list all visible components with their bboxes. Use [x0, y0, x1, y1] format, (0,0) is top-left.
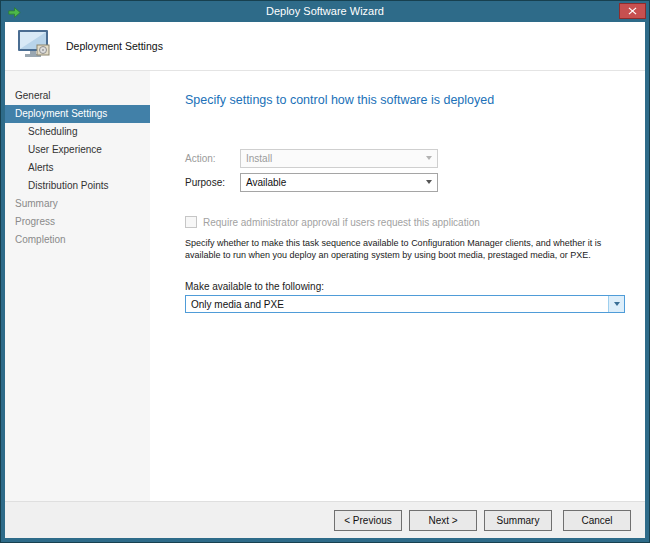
- chevron-down-icon[interactable]: [608, 296, 624, 312]
- purpose-select[interactable]: Available: [240, 173, 438, 192]
- sidebar-item-progress[interactable]: Progress: [5, 213, 150, 231]
- chevron-down-icon: [421, 150, 437, 167]
- deployment-settings-icon: [15, 29, 53, 63]
- purpose-label: Purpose:: [185, 177, 240, 188]
- action-row: Action: Install: [185, 148, 637, 168]
- sidebar-item-user-experience[interactable]: User Experience: [5, 141, 150, 159]
- previous-button[interactable]: < Previous: [334, 510, 402, 531]
- purpose-value: Available: [246, 177, 286, 188]
- purpose-row: Purpose: Available: [185, 172, 637, 192]
- wizard-client-area: Deployment Settings General Deployment S…: [5, 22, 645, 538]
- wizard-page-content: Specify settings to control how this sof…: [150, 71, 645, 501]
- cancel-button[interactable]: Cancel: [563, 510, 631, 531]
- make-available-select[interactable]: Only media and PXE: [185, 295, 625, 313]
- sidebar-item-deployment-settings[interactable]: Deployment Settings: [5, 105, 150, 123]
- header-title: Deployment Settings: [66, 40, 163, 52]
- close-button[interactable]: [619, 3, 646, 19]
- window-title: Deploy Software Wizard: [1, 1, 649, 22]
- approval-checkbox-label: Require administrator approval if users …: [203, 217, 480, 228]
- chevron-down-icon[interactable]: [421, 174, 437, 191]
- approval-checkbox-row: Require administrator approval if users …: [185, 216, 637, 228]
- deploy-software-wizard-window: Deploy Software Wizard: [0, 0, 650, 543]
- make-available-label: Make available to the following:: [185, 281, 637, 292]
- make-available-value: Only media and PXE: [191, 299, 284, 310]
- summary-button[interactable]: Summary: [484, 510, 552, 531]
- action-label: Action:: [185, 153, 240, 164]
- sidebar-item-general[interactable]: General: [5, 87, 150, 105]
- titlebar[interactable]: Deploy Software Wizard: [1, 1, 649, 22]
- sidebar-item-scheduling[interactable]: Scheduling: [5, 123, 150, 141]
- wizard-main: General Deployment Settings Scheduling U…: [5, 71, 645, 501]
- wizard-nav: General Deployment Settings Scheduling U…: [5, 71, 150, 501]
- next-button[interactable]: Next >: [409, 510, 477, 531]
- sidebar-item-alerts[interactable]: Alerts: [5, 159, 150, 177]
- page-title: Specify settings to control how this sof…: [185, 93, 637, 107]
- task-sequence-description: Specify whether to make this task sequen…: [185, 238, 637, 261]
- sidebar-item-distribution-points[interactable]: Distribution Points: [5, 177, 150, 195]
- action-select: Install: [240, 149, 438, 168]
- close-icon: [628, 7, 637, 15]
- wizard-header: Deployment Settings: [5, 22, 645, 71]
- sidebar-item-summary[interactable]: Summary: [5, 195, 150, 213]
- approval-checkbox: [185, 216, 197, 228]
- action-value: Install: [246, 153, 272, 164]
- wizard-footer: < Previous Next > Summary Cancel: [5, 501, 645, 538]
- sidebar-item-completion[interactable]: Completion: [5, 231, 150, 249]
